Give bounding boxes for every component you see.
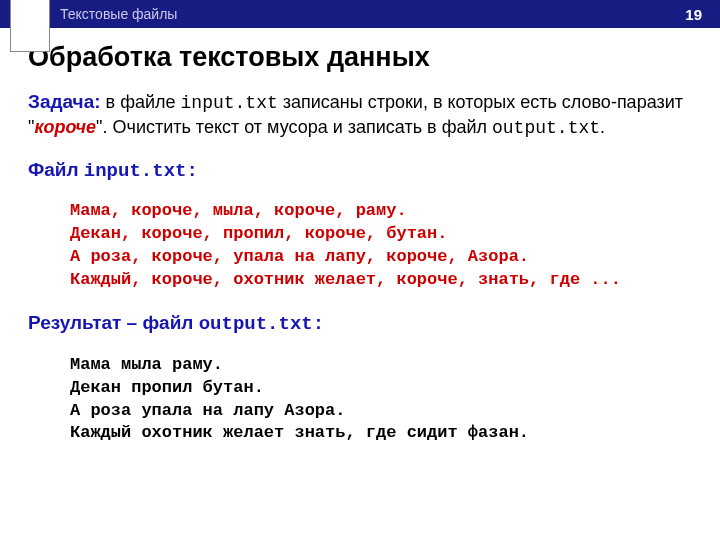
input-heading: Файл input.txt: — [28, 157, 692, 185]
task-text-end: . — [600, 117, 605, 137]
task-file1: input.txt — [181, 93, 278, 113]
task-file2: output.txt — [492, 118, 600, 138]
output-label: Результат – файл — [28, 312, 199, 333]
output-filename: output.txt — [199, 313, 313, 335]
output-code-block: Мама мыла раму. Декан пропил бутан. А ро… — [70, 354, 692, 446]
header-bar: Текстовые файлы 19 — [0, 0, 720, 28]
input-line: Декан, короче, пропил, короче, бутан. — [70, 223, 692, 246]
slide-title: Обработка текстовых данных — [28, 42, 692, 73]
output-line: А роза упала на лапу Азора. — [70, 400, 692, 423]
tab-decoration — [10, 0, 50, 52]
output-colon: : — [313, 313, 324, 335]
output-heading: Результат – файл output.txt: — [28, 310, 692, 338]
task-text-1: в файле — [101, 92, 181, 112]
page-number: 19 — [685, 6, 702, 23]
task-label: Задача: — [28, 91, 101, 112]
parasite-word: короче — [34, 117, 96, 137]
input-code-block: Мама, короче, мыла, короче, раму. Декан,… — [70, 200, 692, 292]
output-line: Декан пропил бутан. — [70, 377, 692, 400]
input-line: А роза, короче, упала на лапу, короче, А… — [70, 246, 692, 269]
breadcrumb: Текстовые файлы — [60, 6, 177, 22]
output-line: Каждый охотник желает знать, где сидит ф… — [70, 422, 692, 445]
input-line: Мама, короче, мыла, короче, раму. — [70, 200, 692, 223]
output-line: Мама мыла раму. — [70, 354, 692, 377]
slide: Текстовые файлы 19 Обработка текстовых д… — [0, 0, 720, 540]
input-label: Файл — [28, 159, 84, 180]
input-filename: input.txt — [84, 160, 187, 182]
input-colon: : — [186, 160, 197, 182]
task-paragraph: Задача: в файле input.txt записаны строк… — [28, 89, 692, 141]
task-text-3: ". Очистить текст от мусора и записать в… — [96, 117, 492, 137]
input-line: Каждый, короче, охотник желает, короче, … — [70, 269, 692, 292]
content-area: Обработка текстовых данных Задача: в фай… — [0, 28, 720, 445]
